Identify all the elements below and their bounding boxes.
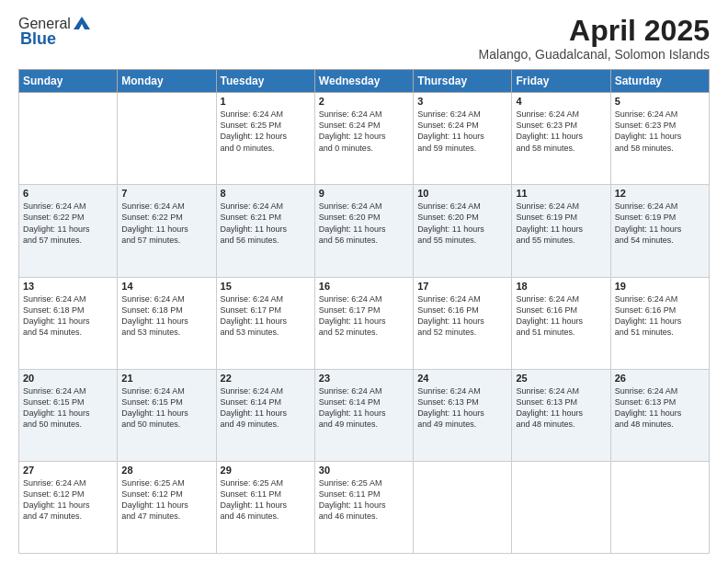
day-number: 22 (221, 373, 311, 384)
header: General Blue April 2025 Malango, Guadalc… (18, 15, 710, 62)
day-number: 21 (121, 373, 211, 384)
week-row-5: 27Sunrise: 6:24 AM Sunset: 6:12 PM Dayli… (19, 461, 710, 553)
cell-info: Sunrise: 6:24 AM Sunset: 6:24 PM Dayligh… (319, 109, 409, 154)
cell-info: Sunrise: 6:24 AM Sunset: 6:17 PM Dayligh… (221, 293, 311, 339)
day-number: 19 (615, 281, 705, 292)
weekday-header-sunday: Sunday (19, 70, 118, 93)
day-number: 20 (23, 373, 113, 384)
calendar-cell (512, 461, 610, 553)
day-number: 16 (319, 281, 409, 292)
cell-info: Sunrise: 6:25 AM Sunset: 6:11 PM Dayligh… (221, 477, 311, 523)
cell-info: Sunrise: 6:24 AM Sunset: 6:24 PM Dayligh… (417, 109, 507, 154)
cell-info: Sunrise: 6:24 AM Sunset: 6:18 PM Dayligh… (23, 293, 113, 339)
cell-info: Sunrise: 6:24 AM Sunset: 6:16 PM Dayligh… (516, 293, 606, 339)
calendar-cell: 30Sunrise: 6:25 AM Sunset: 6:11 PM Dayli… (314, 461, 413, 553)
weekday-header-saturday: Saturday (610, 70, 709, 93)
day-number: 26 (615, 373, 705, 384)
calendar-cell: 12Sunrise: 6:24 AM Sunset: 6:19 PM Dayli… (610, 185, 709, 277)
week-row-3: 13Sunrise: 6:24 AM Sunset: 6:18 PM Dayli… (19, 277, 710, 369)
calendar-cell: 29Sunrise: 6:25 AM Sunset: 6:11 PM Dayli… (216, 461, 314, 553)
cell-info: Sunrise: 6:24 AM Sunset: 6:16 PM Dayligh… (615, 293, 705, 339)
day-number: 5 (615, 96, 705, 107)
cell-info: Sunrise: 6:24 AM Sunset: 6:23 PM Dayligh… (516, 109, 606, 154)
calendar-cell: 1Sunrise: 6:24 AM Sunset: 6:25 PM Daylig… (216, 93, 314, 185)
day-number: 24 (417, 373, 507, 384)
title-block: April 2025 Malango, Guadalcanal, Solomon… (479, 15, 710, 62)
week-row-4: 20Sunrise: 6:24 AM Sunset: 6:15 PM Dayli… (19, 369, 710, 461)
logo-icon (72, 15, 92, 31)
calendar-cell (118, 93, 216, 185)
cell-info: Sunrise: 6:24 AM Sunset: 6:18 PM Dayligh… (121, 293, 211, 339)
calendar-cell: 10Sunrise: 6:24 AM Sunset: 6:20 PM Dayli… (414, 185, 512, 277)
calendar-cell: 9Sunrise: 6:24 AM Sunset: 6:20 PM Daylig… (314, 185, 413, 277)
cell-info: Sunrise: 6:24 AM Sunset: 6:19 PM Dayligh… (516, 201, 606, 246)
cell-info: Sunrise: 6:24 AM Sunset: 6:13 PM Dayligh… (417, 385, 507, 431)
calendar-cell: 22Sunrise: 6:24 AM Sunset: 6:14 PM Dayli… (216, 369, 314, 461)
calendar-cell: 16Sunrise: 6:24 AM Sunset: 6:17 PM Dayli… (314, 277, 413, 369)
cell-info: Sunrise: 6:25 AM Sunset: 6:11 PM Dayligh… (319, 477, 409, 523)
calendar-cell: 3Sunrise: 6:24 AM Sunset: 6:24 PM Daylig… (414, 93, 512, 185)
day-number: 6 (23, 188, 113, 199)
cell-info: Sunrise: 6:24 AM Sunset: 6:25 PM Dayligh… (221, 109, 311, 154)
day-number: 30 (319, 465, 409, 476)
calendar-cell: 4Sunrise: 6:24 AM Sunset: 6:23 PM Daylig… (512, 93, 610, 185)
calendar-cell: 18Sunrise: 6:24 AM Sunset: 6:16 PM Dayli… (512, 277, 610, 369)
weekday-header-wednesday: Wednesday (314, 70, 413, 93)
weekday-header-monday: Monday (118, 70, 216, 93)
calendar-cell: 23Sunrise: 6:24 AM Sunset: 6:14 PM Dayli… (314, 369, 413, 461)
day-number: 7 (121, 188, 211, 199)
weekday-header-friday: Friday (512, 70, 610, 93)
day-number: 28 (121, 465, 211, 476)
calendar-cell: 13Sunrise: 6:24 AM Sunset: 6:18 PM Dayli… (19, 277, 118, 369)
logo: General Blue (18, 15, 92, 49)
calendar-cell: 7Sunrise: 6:24 AM Sunset: 6:22 PM Daylig… (118, 185, 216, 277)
day-number: 2 (319, 96, 409, 107)
calendar-cell: 25Sunrise: 6:24 AM Sunset: 6:13 PM Dayli… (512, 369, 610, 461)
cell-info: Sunrise: 6:24 AM Sunset: 6:20 PM Dayligh… (319, 201, 409, 246)
day-number: 23 (319, 373, 409, 384)
cell-info: Sunrise: 6:24 AM Sunset: 6:23 PM Dayligh… (615, 109, 705, 154)
calendar-cell: 8Sunrise: 6:24 AM Sunset: 6:21 PM Daylig… (216, 185, 314, 277)
cell-info: Sunrise: 6:24 AM Sunset: 6:16 PM Dayligh… (417, 293, 507, 339)
cell-info: Sunrise: 6:24 AM Sunset: 6:14 PM Dayligh… (221, 385, 311, 431)
calendar-cell (414, 461, 512, 553)
cell-info: Sunrise: 6:24 AM Sunset: 6:13 PM Dayligh… (615, 385, 705, 431)
calendar-cell: 20Sunrise: 6:24 AM Sunset: 6:15 PM Dayli… (19, 369, 118, 461)
location-title: Malango, Guadalcanal, Solomon Islands (479, 47, 710, 62)
page: General Blue April 2025 Malango, Guadalc… (0, 0, 728, 563)
day-number: 15 (221, 281, 311, 292)
cell-info: Sunrise: 6:24 AM Sunset: 6:21 PM Dayligh… (221, 201, 311, 246)
cell-info: Sunrise: 6:24 AM Sunset: 6:15 PM Dayligh… (23, 385, 113, 431)
calendar-cell: 5Sunrise: 6:24 AM Sunset: 6:23 PM Daylig… (610, 93, 709, 185)
calendar-cell: 17Sunrise: 6:24 AM Sunset: 6:16 PM Dayli… (414, 277, 512, 369)
calendar-cell: 11Sunrise: 6:24 AM Sunset: 6:19 PM Dayli… (512, 185, 610, 277)
calendar-cell: 2Sunrise: 6:24 AM Sunset: 6:24 PM Daylig… (314, 93, 413, 185)
day-number: 4 (516, 96, 606, 107)
calendar-cell (19, 93, 118, 185)
cell-info: Sunrise: 6:24 AM Sunset: 6:13 PM Dayligh… (516, 385, 606, 431)
calendar-cell: 15Sunrise: 6:24 AM Sunset: 6:17 PM Dayli… (216, 277, 314, 369)
day-number: 3 (417, 96, 507, 107)
cell-info: Sunrise: 6:24 AM Sunset: 6:22 PM Dayligh… (23, 201, 113, 246)
logo-blue-text: Blue (20, 29, 56, 49)
calendar-cell: 6Sunrise: 6:24 AM Sunset: 6:22 PM Daylig… (19, 185, 118, 277)
cell-info: Sunrise: 6:24 AM Sunset: 6:15 PM Dayligh… (121, 385, 211, 431)
cell-info: Sunrise: 6:24 AM Sunset: 6:20 PM Dayligh… (417, 201, 507, 246)
calendar-cell (610, 461, 709, 553)
day-number: 8 (221, 188, 311, 199)
calendar-cell: 14Sunrise: 6:24 AM Sunset: 6:18 PM Dayli… (118, 277, 216, 369)
day-number: 29 (221, 465, 311, 476)
calendar-table: SundayMondayTuesdayWednesdayThursdayFrid… (18, 69, 710, 554)
cell-info: Sunrise: 6:24 AM Sunset: 6:12 PM Dayligh… (23, 477, 113, 523)
day-number: 27 (23, 465, 113, 476)
weekday-header-row: SundayMondayTuesdayWednesdayThursdayFrid… (19, 70, 710, 93)
week-row-2: 6Sunrise: 6:24 AM Sunset: 6:22 PM Daylig… (19, 185, 710, 277)
day-number: 13 (23, 281, 113, 292)
day-number: 11 (516, 188, 606, 199)
day-number: 18 (516, 281, 606, 292)
week-row-1: 1Sunrise: 6:24 AM Sunset: 6:25 PM Daylig… (19, 93, 710, 185)
cell-info: Sunrise: 6:24 AM Sunset: 6:19 PM Dayligh… (615, 201, 705, 246)
day-number: 17 (417, 281, 507, 292)
cell-info: Sunrise: 6:24 AM Sunset: 6:14 PM Dayligh… (319, 385, 409, 431)
day-number: 1 (221, 96, 311, 107)
